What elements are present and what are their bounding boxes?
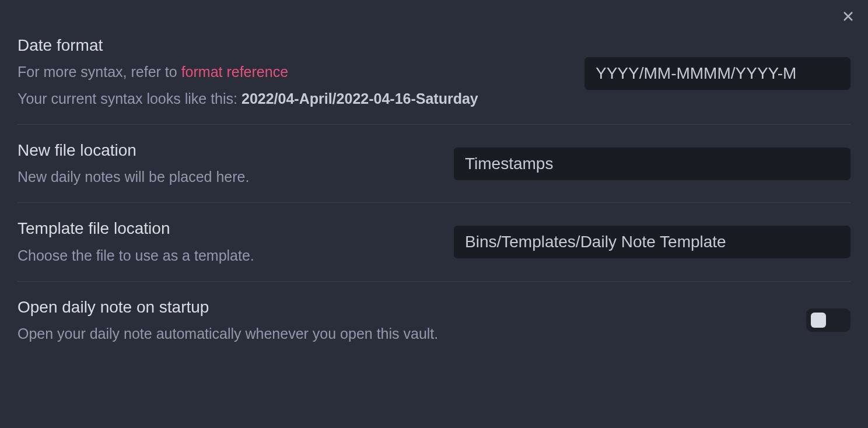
setting-name: Template file location — [18, 217, 436, 240]
format-reference-link[interactable]: format reference — [181, 64, 288, 80]
setting-control — [454, 226, 850, 258]
setting-description: Choose the file to use as a template. — [18, 244, 436, 267]
template-file-location-input[interactable] — [454, 226, 850, 258]
setting-control — [454, 148, 850, 180]
setting-control — [806, 308, 850, 332]
setting-date-format: Date format For more syntax, refer to fo… — [18, 34, 850, 125]
setting-info: New file location New daily notes will b… — [18, 139, 454, 188]
date-format-input[interactable] — [584, 57, 850, 90]
setting-description: Open your daily note automatically whene… — [18, 322, 789, 345]
setting-open-on-startup: Open daily note on startup Open your dai… — [18, 282, 850, 359]
setting-name: Date format — [18, 34, 567, 57]
setting-new-file-location: New file location New daily notes will b… — [18, 125, 850, 203]
close-icon — [841, 9, 855, 23]
description-text: For more syntax, refer to — [18, 64, 181, 80]
setting-name: New file location — [18, 139, 436, 162]
setting-info: Date format For more syntax, refer to fo… — [18, 34, 584, 110]
setting-description: New daily notes will be placed here. — [18, 165, 436, 188]
setting-description: For more syntax, refer to format referen… — [18, 60, 567, 83]
preview-value: 2022/04-April/2022-04-16-Saturday — [242, 90, 478, 107]
new-file-location-input[interactable] — [454, 148, 850, 180]
setting-info: Open daily note on startup Open your dai… — [18, 296, 806, 345]
settings-container: Date format For more syntax, refer to fo… — [0, 0, 868, 377]
setting-name: Open daily note on startup — [18, 296, 789, 318]
toggle-knob — [811, 313, 826, 328]
setting-preview: Your current syntax looks like this: 202… — [18, 87, 567, 110]
setting-template-file-location: Template file location Choose the file t… — [18, 203, 850, 281]
open-on-startup-toggle[interactable] — [806, 308, 850, 332]
setting-info: Template file location Choose the file t… — [18, 217, 454, 266]
setting-control — [584, 57, 850, 90]
preview-prefix: Your current syntax looks like this: — [18, 90, 242, 107]
close-button[interactable] — [839, 7, 858, 26]
